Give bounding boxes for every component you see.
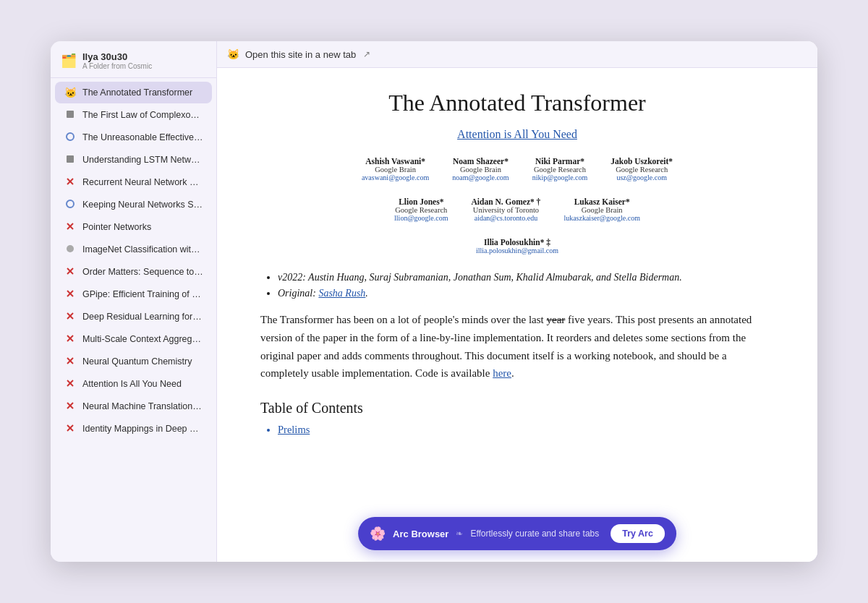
author-block: Noam Shazeer* Google Brain noam@google.c… [441, 157, 520, 181]
sidebar-header-text: Ilya 30u30 A Folder from Cosmic [82, 51, 152, 70]
sidebar-item-icon-identity-mappings [64, 423, 77, 435]
arc-name: Arc Browser [393, 529, 448, 539]
sidebar-item-pointer[interactable]: Pointer Networks [55, 216, 212, 238]
author-block: Lukasz Kaiser* Google Brain lukaszkaiser… [552, 197, 652, 222]
sidebar-item-icon-multi-scale [64, 333, 77, 345]
browser-window: 🗂️ Ilya 30u30 A Folder from Cosmic 🐱The … [51, 41, 817, 562]
author-name: Illia Polosukhin* ‡ [476, 238, 558, 247]
svg-point-1 [67, 133, 74, 140]
sidebar-item-label-imagenet: ImageNet Classification with D… [82, 244, 203, 255]
sidebar-item-label-first-law: The First Law of Complexodyna… [82, 110, 203, 120]
svg-point-8 [67, 245, 74, 252]
sidebar-item-identity-mappings[interactable]: Identity Mappings in Deep Resi… [55, 418, 212, 440]
sidebar-items: 🐱The Annotated TransformerThe First Law … [51, 78, 216, 562]
sidebar-item-imagenet[interactable]: ImageNet Classification with D… [55, 239, 212, 260]
arc-tagline: Effortlessly curate and share tabs [470, 529, 599, 539]
content-wrapper: The Annotated Transformer Attention is A… [260, 90, 774, 436]
toc-item[interactable]: Prelims [278, 424, 774, 436]
browser-layout: 🗂️ Ilya 30u30 A Folder from Cosmic 🐱The … [51, 41, 817, 562]
sidebar-header: 🗂️ Ilya 30u30 A Folder from Cosmic [51, 41, 216, 78]
sidebar-title: Ilya 30u30 [82, 51, 152, 62]
sidebar-item-recurrent[interactable]: Recurrent Neural Network Regu… [55, 171, 212, 193]
author-block: Ashish Vaswani* Google Brain avaswani@go… [350, 157, 441, 181]
sidebar-item-label-pointer: Pointer Networks [82, 222, 203, 232]
sidebar-item-annotated-transformer[interactable]: 🐱The Annotated Transformer [55, 82, 212, 103]
paper-subtitle[interactable]: Attention is All You Need [260, 128, 774, 141]
sidebar-item-order-matters[interactable]: Order Matters: Sequence to se… [55, 261, 212, 283]
author-affil: Google Brain [362, 166, 429, 174]
sidebar: 🗂️ Ilya 30u30 A Folder from Cosmic 🐱The … [51, 41, 217, 562]
sidebar-item-unreasonable[interactable]: The Unreasonable Effectivenes… [55, 127, 212, 148]
sidebar-item-label-multi-scale: Multi-Scale Context Aggregatio… [82, 334, 203, 344]
author-block: Aidan N. Gomez* † University of Toronto … [460, 197, 553, 222]
author-name: Llion Jones* [394, 197, 448, 206]
intro-paragraph: The Transformer has been on a lot of peo… [260, 311, 774, 382]
sidebar-item-label-annotated-transformer: The Annotated Transformer [82, 87, 203, 98]
strikethrough-year: year [547, 314, 566, 325]
author-block: Llion Jones* Google Research llion@googl… [383, 197, 459, 222]
author-name: Niki Parmar* [532, 157, 588, 166]
sidebar-item-keeping[interactable]: Keeping Neural Networks Simpl… [55, 194, 212, 215]
sidebar-item-first-law[interactable]: The First Law of Complexodyna… [55, 104, 212, 126]
author-name: Aidan N. Gomez* † [472, 197, 541, 206]
original-link[interactable]: Sasha Rush [318, 288, 365, 299]
author-affil: Google Brain [452, 166, 509, 174]
sidebar-item-icon-gpipe [64, 288, 77, 300]
sidebar-item-label-order-matters: Order Matters: Sequence to se… [82, 267, 203, 277]
external-link-icon[interactable]: ↗ [363, 49, 370, 59]
arc-cta-button[interactable]: Try Arc [610, 524, 665, 543]
sidebar-item-icon-neural-quantum [64, 356, 77, 367]
author-email[interactable]: llion@google.com [394, 214, 448, 222]
sidebar-item-label-identity-mappings: Identity Mappings in Deep Resi… [82, 424, 203, 434]
author-email[interactable]: noam@google.com [452, 174, 509, 181]
sidebar-item-icon-order-matters [64, 266, 77, 278]
sidebar-item-deep-residual[interactable]: Deep Residual Learning for Ima… [55, 306, 212, 328]
sidebar-item-label-recurrent: Recurrent Neural Network Regu… [82, 177, 203, 187]
sidebar-item-icon-deep-residual [64, 311, 77, 322]
toc-title: Table of Contents [260, 400, 774, 416]
sidebar-item-icon-imagenet [64, 244, 77, 255]
sidebar-item-icon-keeping [64, 199, 77, 210]
sidebar-item-icon-lstm [64, 154, 77, 166]
sidebar-item-multi-scale[interactable]: Multi-Scale Context Aggregatio… [55, 328, 212, 350]
content-area: The Annotated Transformer Attention is A… [217, 68, 817, 562]
author-name: Jakob Uszkoreit* [610, 157, 673, 166]
sidebar-item-label-deep-residual: Deep Residual Learning for Ima… [82, 312, 203, 322]
author-email[interactable]: lukaszkaiser@google.com [563, 214, 640, 222]
here-link[interactable]: here [493, 367, 511, 379]
sidebar-item-icon-unreasonable [64, 132, 77, 143]
sidebar-item-attention-all[interactable]: Attention Is All You Need [55, 373, 212, 395]
sidebar-item-neural-quantum[interactable]: Neural Quantum Chemistry [55, 351, 212, 372]
author-email[interactable]: usz@google.com [610, 174, 673, 181]
tab-label: Open this site in a new tab [245, 49, 356, 60]
author-email[interactable]: aidan@cs.toronto.edu [472, 214, 541, 222]
sidebar-item-label-neural-quantum: Neural Quantum Chemistry [82, 356, 203, 367]
main-content: 🐱 Open this site in a new tab ↗ The Anno… [217, 41, 817, 562]
author-name: Lukasz Kaiser* [563, 197, 640, 206]
sidebar-item-label-attention-all: Attention Is All You Need [82, 379, 203, 389]
author-affil: Google Research [394, 206, 448, 214]
author-email[interactable]: illia.polosukhin@gmail.com [476, 247, 558, 255]
version-note: v2022: Austin Huang, Suraj Subramanian, … [278, 272, 774, 283]
sidebar-item-label-neural-machine: Neural Machine Translation by … [82, 401, 203, 411]
svg-rect-0 [67, 111, 74, 118]
author-email[interactable]: avaswani@google.com [362, 174, 429, 181]
sidebar-item-icon-pointer [64, 221, 77, 233]
author-affil: Google Brain [563, 206, 640, 214]
tab-bar[interactable]: 🐱 Open this site in a new tab ↗ [217, 41, 817, 68]
sidebar-item-icon-recurrent [64, 176, 77, 188]
sidebar-item-lstm[interactable]: Understanding LSTM Networks [55, 149, 212, 171]
tab-icon: 🐱 [227, 48, 239, 60]
author-name: Ashish Vaswani* [362, 157, 429, 166]
sidebar-item-icon-annotated-transformer: 🐱 [64, 87, 77, 98]
author-name: Noam Shazeer* [452, 157, 509, 166]
author-block: Niki Parmar* Google Research nikip@googl… [521, 157, 600, 181]
author-email[interactable]: nikip@google.com [532, 174, 588, 181]
authors-row-1: Ashish Vaswani* Google Brain avaswani@go… [260, 157, 774, 187]
author-affil: University of Toronto [472, 206, 541, 214]
sidebar-item-neural-machine[interactable]: Neural Machine Translation by … [55, 395, 212, 417]
sidebar-item-gpipe[interactable]: GPipe: Efficient Training of Gian… [55, 283, 212, 305]
svg-point-5 [67, 200, 74, 208]
sidebar-item-label-gpipe: GPipe: Efficient Training of Gian… [82, 289, 203, 299]
sidebar-item-label-lstm: Understanding LSTM Networks [82, 155, 203, 165]
